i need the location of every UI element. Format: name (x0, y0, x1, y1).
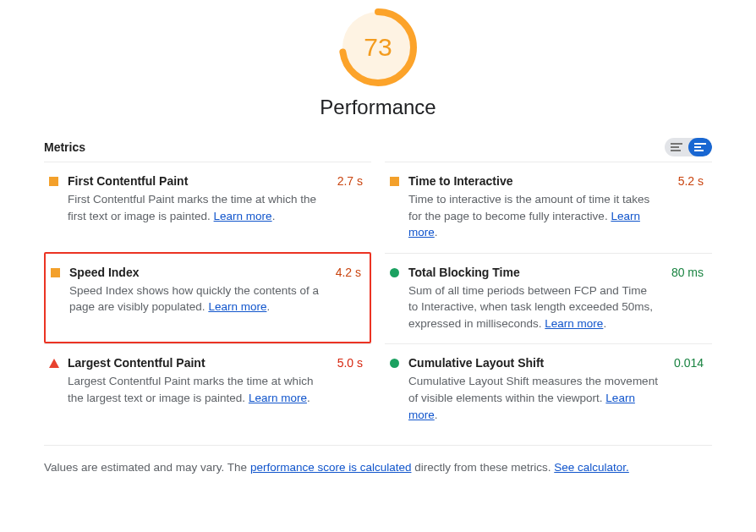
metric-desc: Sum of all time periods between FCP and … (408, 282, 656, 332)
metric-tti: Time to Interactive Time to interactive … (385, 162, 712, 253)
svg-rect-6 (694, 146, 701, 148)
metric-lcp: Largest Contentful Paint Largest Content… (44, 343, 371, 435)
score-calc-link[interactable]: performance score is calculated (250, 461, 412, 474)
view-toggle (665, 138, 712, 156)
metric-desc: Largest Contentful Paint marks the time … (68, 373, 322, 406)
metrics-heading: Metrics (44, 140, 85, 154)
metric-cls: Cumulative Layout Shift Cumulative Layou… (385, 343, 712, 435)
triangle-red-icon (49, 359, 59, 368)
metric-value: 80 ms (671, 266, 704, 279)
metric-value: 0.014 (674, 356, 704, 370)
metric-title: Largest Contentful Paint (68, 356, 322, 370)
square-orange-icon (51, 268, 61, 277)
metrics-grid: First Contentful Paint First Contentful … (44, 162, 712, 435)
toggle-expanded-button[interactable] (688, 138, 712, 156)
metric-title: Time to Interactive (408, 174, 663, 188)
svg-rect-2 (671, 143, 682, 145)
metric-desc: Time to interactive is the amount of tim… (408, 191, 663, 241)
learn-more-link[interactable]: Learn more (208, 300, 266, 313)
toggle-compact-button[interactable] (665, 138, 688, 156)
metric-desc: Cumulative Layout Shift measures the mov… (408, 373, 659, 423)
metric-value: 5.2 s (678, 174, 704, 188)
svg-rect-4 (671, 150, 681, 151)
metric-fcp: First Contentful Paint First Contentful … (44, 162, 371, 253)
metric-value: 4.2 s (336, 266, 361, 279)
metric-value: 2.7 s (337, 174, 363, 188)
learn-more-link[interactable]: Learn more (214, 210, 272, 222)
metric-title: Speed Index (69, 266, 320, 279)
metric-desc: First Contentful Paint marks the time at… (68, 191, 322, 224)
svg-rect-7 (694, 150, 704, 151)
square-orange-icon (49, 177, 59, 186)
page-title: Performance (44, 96, 712, 119)
see-calculator-link[interactable]: See calculator. (554, 461, 629, 474)
square-orange-icon (390, 177, 400, 186)
svg-rect-5 (694, 143, 706, 145)
svg-rect-3 (671, 146, 679, 148)
footer-note: Values are estimated and may vary. The p… (44, 445, 712, 474)
score-gauge: 73 (339, 8, 417, 86)
metric-title: Cumulative Layout Shift (408, 356, 659, 370)
metric-title: Total Blocking Time (408, 266, 656, 279)
learn-more-link[interactable]: Learn more (249, 392, 307, 404)
metric-desc: Speed Index shows how quickly the conten… (69, 282, 320, 315)
metric-value: 5.0 s (337, 356, 363, 370)
learn-more-link[interactable]: Learn more (545, 317, 603, 330)
metric-title: First Contentful Paint (68, 174, 322, 188)
metric-si: Speed Index Speed Index shows how quickl… (44, 252, 371, 344)
circle-green-icon (390, 359, 400, 368)
metric-tbt: Total Blocking Time Sum of all time peri… (385, 253, 712, 344)
circle-green-icon (390, 268, 400, 277)
score-gauge-section: 73 (44, 8, 712, 89)
score-value: 73 (339, 8, 417, 86)
